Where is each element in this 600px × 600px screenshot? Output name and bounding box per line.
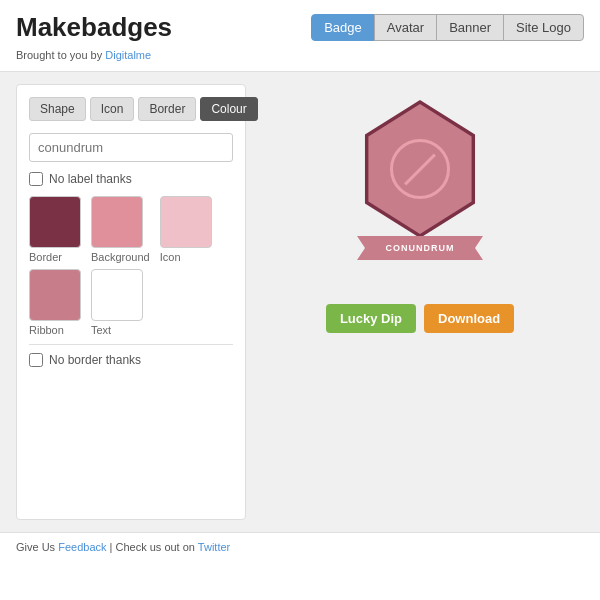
divider	[29, 344, 233, 345]
swatch-background[interactable]	[91, 196, 143, 248]
swatch-ribbon[interactable]	[29, 269, 81, 321]
swatch-border-label: Border	[29, 251, 62, 263]
badge-icon-circle	[390, 139, 450, 199]
sub-tab-icon[interactable]: Icon	[90, 97, 135, 121]
swatches-row-1: Border Background Icon	[29, 196, 233, 263]
tab-site-logo[interactable]: Site Logo	[503, 14, 584, 41]
no-label-checkbox[interactable]	[29, 172, 43, 186]
swatch-text-label: Text	[91, 324, 111, 336]
footer: Give Us Feedback | Check us out on Twitt…	[0, 532, 600, 561]
no-label-row: No label thanks	[29, 172, 233, 186]
swatch-icon[interactable]	[160, 196, 212, 248]
twitter-link[interactable]: Twitter	[198, 541, 230, 553]
swatch-background-label: Background	[91, 251, 150, 263]
swatch-border[interactable]	[29, 196, 81, 248]
swatch-text-item: Text	[91, 269, 143, 336]
right-panel: CONUNDRUM Lucky Dip Download	[246, 84, 584, 520]
label-text-input[interactable]	[29, 133, 233, 162]
tab-avatar[interactable]: Avatar	[374, 14, 437, 41]
badge-preview: CONUNDRUM	[340, 104, 500, 274]
no-border-row: No border thanks	[29, 353, 233, 367]
ban-icon	[404, 153, 436, 185]
sub-tab-shape[interactable]: Shape	[29, 97, 86, 121]
digitalme-link[interactable]: Digitalme	[105, 49, 151, 61]
lucky-dip-button[interactable]: Lucky Dip	[326, 304, 416, 333]
main-nav-tabs: Badge Avatar Banner Site Logo	[312, 14, 584, 41]
swatch-border-item: Border	[29, 196, 81, 263]
feedback-link[interactable]: Feedback	[58, 541, 106, 553]
sub-tabs: Shape Icon Border Colour	[29, 97, 233, 121]
tab-banner[interactable]: Banner	[436, 14, 504, 41]
swatch-ribbon-item: Ribbon	[29, 269, 81, 336]
header: Makebadges Badge Avatar Banner Site Logo…	[0, 0, 600, 72]
download-button[interactable]: Download	[424, 304, 514, 333]
swatches-row-2: Ribbon Text	[29, 269, 233, 336]
tab-badge[interactable]: Badge	[311, 14, 375, 41]
main-content: Shape Icon Border Colour No label thanks…	[0, 72, 600, 532]
swatch-text[interactable]	[91, 269, 143, 321]
swatch-icon-label: Icon	[160, 251, 181, 263]
brought-by: Brought to you by Digitalme	[16, 47, 584, 67]
swatch-background-item: Background	[91, 196, 150, 263]
badge-main-shape	[360, 104, 480, 234]
left-panel: Shape Icon Border Colour No label thanks…	[16, 84, 246, 520]
page-title: Makebadges	[16, 12, 172, 43]
sub-tab-border[interactable]: Border	[138, 97, 196, 121]
no-label-text: No label thanks	[49, 172, 132, 186]
no-border-checkbox[interactable]	[29, 353, 43, 367]
badge-ribbon: CONUNDRUM	[365, 236, 475, 260]
action-buttons: Lucky Dip Download	[326, 304, 514, 333]
swatch-icon-item: Icon	[160, 196, 212, 263]
badge-ribbon-text: CONUNDRUM	[386, 243, 455, 253]
swatch-ribbon-label: Ribbon	[29, 324, 64, 336]
no-border-text: No border thanks	[49, 353, 141, 367]
